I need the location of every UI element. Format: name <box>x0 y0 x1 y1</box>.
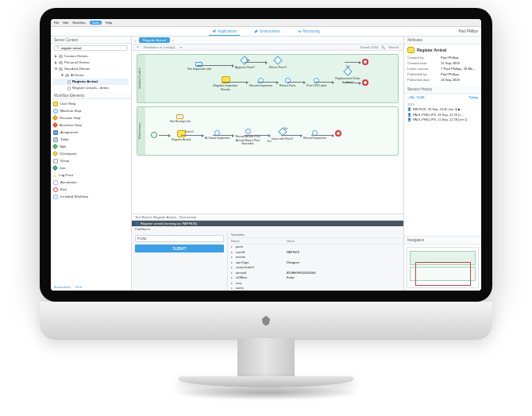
node-record-inspection[interactable]: Record Inspection <box>249 78 272 88</box>
sequence-flow <box>257 82 278 83</box>
gateway-icon <box>343 67 352 75</box>
checkpoint-icon <box>52 151 58 156</box>
tree-custom-demos[interactable]: Custom Demos <box>53 53 129 60</box>
element-annotation[interactable]: Annotation <box>53 179 129 186</box>
node-end-wh[interactable] <box>335 130 341 137</box>
current-user[interactable]: Paul Phillips <box>458 29 478 33</box>
apple-logo-icon <box>261 316 272 326</box>
element-label: Join <box>60 164 66 171</box>
node-record-arrival[interactable]: Record Arrival Print Arrival Report Prin… <box>235 129 260 146</box>
menu-workflow[interactable]: Workflow <box>72 21 85 25</box>
minimap-viewport[interactable] <box>415 262 471 286</box>
script-icon <box>53 159 58 164</box>
right-sidebar: Attributes Register Arrival Created by:P… <box>403 37 481 291</box>
menu-tools[interactable]: Tools <box>90 21 102 25</box>
element-machine-step[interactable]: Machine Step <box>53 107 129 114</box>
node-approve-parts[interactable]: Approve Parts? <box>235 57 255 70</box>
node-end-qc2[interactable] <box>362 79 368 86</box>
element-label: Annotation <box>60 179 77 186</box>
minimap[interactable] <box>407 247 479 288</box>
canvas-search-label: Search <box>388 45 399 49</box>
node-return-parts-q[interactable]: Return Parts? <box>269 57 287 70</box>
assignment-icon <box>53 130 58 135</box>
element-log-point[interactable]: Log Point <box>53 171 129 179</box>
running-as-label: Register arrival (running as: PAPHUS) <box>141 221 197 225</box>
undo-icon[interactable]: ↶ <box>137 45 139 49</box>
variables-columns: NameValue <box>228 238 403 245</box>
decision-step-icon <box>52 115 58 121</box>
element-decision-step[interactable]: Decision Step <box>53 114 129 121</box>
test-bench-panel: Test Bench: Register Arrival – Screensho… <box>132 214 403 291</box>
back-icon[interactable]: ‹ <box>135 38 137 43</box>
document-icon <box>67 80 71 84</box>
search-icon[interactable]: 🔍 <box>381 45 385 49</box>
tree-standard-demos[interactable]: Standard Demos <box>53 66 129 72</box>
tree-ai-demo[interactable]: AI Demo <box>53 72 129 79</box>
chevron-right-icon <box>55 55 57 58</box>
included-workflow-icon <box>53 195 58 199</box>
find-link[interactable]: Find <box>75 285 82 289</box>
workflow-elements-list: User StepMachine StepDecision StepAssert… <box>51 99 131 201</box>
pathname-input[interactable]: P1234 <box>135 235 224 242</box>
pathname-label: PathName <box>132 226 403 232</box>
history-me-today[interactable]: + Me, 13:45 <box>407 95 424 101</box>
attributes-table: Created by:Paul Phillips Created date:11… <box>404 54 481 86</box>
annotations-link[interactable]: Annotations <box>54 285 71 289</box>
svg-line-1 <box>58 48 59 48</box>
imac-chin <box>40 302 492 340</box>
imac-stand <box>237 338 295 379</box>
chevron-down-icon <box>55 68 58 71</box>
element-included-workflow[interactable]: Included Workflow <box>53 193 129 200</box>
node-return-parts[interactable]: Return Parts <box>279 78 295 88</box>
node-get-inspection-info[interactable]: Get Inspection info <box>187 62 211 71</box>
search-input[interactable] <box>61 46 117 50</box>
history-item[interactable]: 👤PAUL.PHILLIPS, 11 Sep, 12:28 (ver 1) <box>407 117 478 123</box>
menu-file[interactable]: File <box>54 21 59 25</box>
variable-row[interactable]: ▸users <box>228 286 403 291</box>
user-icon: 👤 <box>135 221 139 225</box>
breadcrumb-current[interactable]: Register Arrival <box>139 37 170 43</box>
element-table[interactable]: Table <box>53 136 129 143</box>
element-end[interactable]: End <box>53 186 129 193</box>
element-label: Included Workflow <box>60 193 88 200</box>
message-icon <box>176 114 183 119</box>
chevron-down-icon[interactable]: ▾ <box>180 45 182 49</box>
tab-environment[interactable]: Environment <box>251 28 283 35</box>
element-checkpoint[interactable]: Checkpoint <box>53 150 129 157</box>
menu-help[interactable]: Help <box>106 21 112 25</box>
main-tabbar: Applications Environment Monitoring Paul… <box>51 27 481 37</box>
node-print-label[interactable]: Print LPS Label <box>306 78 326 88</box>
sequence-flow <box>314 82 333 83</box>
pulse-icon <box>298 29 302 33</box>
tab-monitoring[interactable]: Monitoring <box>295 28 323 35</box>
machine-step-icon <box>53 109 58 114</box>
simulation-status: Simulation in 1 step(s) <box>144 45 175 49</box>
element-assertion-step[interactable]: Assertion Step <box>53 121 129 129</box>
tab-applications[interactable]: Applications <box>209 28 240 36</box>
element-user-step[interactable]: User Step <box>53 100 129 107</box>
attributes-title: Register Arrival <box>417 48 446 52</box>
node-end-qc1[interactable] <box>362 59 368 65</box>
close-icon[interactable]: × <box>172 38 174 42</box>
element-split[interactable]: Split <box>53 143 129 150</box>
chevron-right-icon <box>55 61 57 64</box>
submit-button[interactable]: SUBMIT <box>135 245 224 252</box>
search-box[interactable] <box>54 45 128 51</box>
element-label: Log Point <box>59 171 73 179</box>
tree-register-arrivals-demo[interactable]: Register arrivals - demo <box>53 85 129 91</box>
node-start[interactable] <box>151 132 157 138</box>
element-script[interactable]: Script <box>53 157 129 164</box>
tree-register-arrival[interactable]: Register Arrival <box>53 79 129 85</box>
element-label: Machine Step <box>60 107 81 114</box>
node-get-receipt-info[interactable]: Get Receipt info <box>170 114 191 124</box>
tree-personal-demos[interactable]: Personal Demos <box>53 60 129 66</box>
session-history: + Me, 13:45Today 2019 👤BBYRUS, 20 Sep, 1… <box>404 94 481 125</box>
element-join[interactable]: Join <box>53 164 129 171</box>
attributes-header: Attributes <box>404 37 481 44</box>
sequence-flow <box>311 135 333 136</box>
element-assignment[interactable]: Assignment <box>53 129 129 136</box>
menu-edit[interactable]: Edit <box>63 21 68 25</box>
workflow-canvas[interactable]: Quality Control Warehouse Get Inspection… <box>132 51 403 214</box>
node-register-inspection[interactable]: Register Inspection Results <box>213 76 238 91</box>
navigation-header: Navigation <box>404 236 481 245</box>
